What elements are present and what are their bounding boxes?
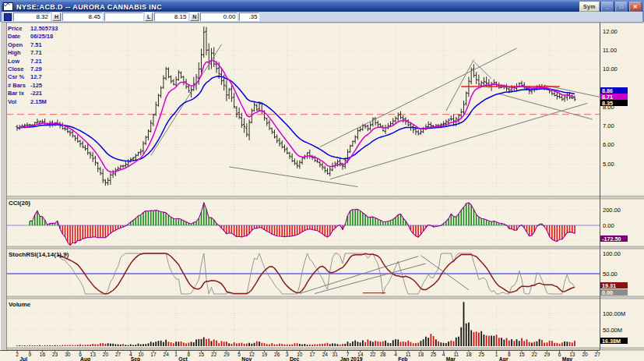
svg-text:24: 24	[322, 352, 329, 357]
svg-text:12.00: 12.00	[603, 28, 618, 35]
quote-last: 8.32	[13, 12, 51, 21]
maximize-button[interactable]: □	[615, 2, 628, 12]
svg-text:16: 16	[40, 352, 46, 357]
svg-text:0.00: 0.00	[603, 222, 614, 229]
svg-text:23: 23	[52, 352, 58, 357]
quote-low: 8.15	[154, 12, 188, 21]
cci-pane[interactable]	[6, 199, 600, 246]
svg-text:18: 18	[418, 352, 424, 357]
svg-text:22: 22	[532, 352, 538, 357]
svg-text:6.00: 6.00	[603, 141, 614, 148]
svg-text:15: 15	[199, 352, 205, 357]
svg-text:18: 18	[466, 352, 472, 357]
svg-text:10.00: 10.00	[603, 65, 618, 73]
svg-text:13: 13	[90, 352, 97, 357]
window-title: NYSE:ACB.D -- AURORA CANNABIS INC	[16, 3, 162, 11]
svg-text:17: 17	[150, 352, 157, 357]
svg-text:Nov: Nov	[241, 356, 252, 361]
svg-text:22: 22	[211, 352, 217, 357]
svg-text:Mar: Mar	[446, 356, 456, 361]
svg-text:26: 26	[274, 352, 280, 357]
svg-text:Feb: Feb	[398, 356, 407, 361]
quote-high-label: H	[52, 12, 61, 21]
svg-text:100.00M: 100.00M	[603, 310, 625, 317]
svg-text:25: 25	[431, 352, 437, 357]
quote-icon	[4, 13, 12, 21]
svg-text:11.00: 11.00	[603, 47, 617, 54]
volume-pane[interactable]	[6, 299, 600, 348]
svg-text:20: 20	[582, 352, 588, 357]
sym-button[interactable]: Sym	[579, 2, 600, 12]
svg-text:6: 6	[558, 352, 561, 357]
quote-net: 0.00	[200, 12, 238, 21]
svg-text:29: 29	[223, 352, 230, 357]
svg-text:1: 1	[495, 352, 498, 357]
svg-text:8: 8	[508, 352, 511, 357]
quote-low-label: L	[145, 12, 153, 21]
quote-extra: .35	[239, 12, 259, 21]
svg-text:9: 9	[28, 352, 31, 357]
svg-text:20: 20	[103, 352, 109, 357]
panel-splitter[interactable]	[0, 196, 644, 200]
svg-text:19.31: 19.31	[602, 282, 616, 289]
svg-text:17: 17	[309, 352, 315, 357]
svg-text:4: 4	[442, 352, 445, 357]
svg-text:31: 31	[333, 352, 339, 357]
svg-text:Dec: Dec	[290, 356, 300, 361]
svg-text:22: 22	[370, 352, 376, 357]
left-gutter	[0, 22, 7, 350]
svg-text:24: 24	[164, 352, 170, 357]
svg-text:25: 25	[479, 352, 485, 357]
svg-text:50.00: 50.00	[603, 271, 618, 278]
app-icon	[3, 2, 13, 11]
minimize-button[interactable]: _	[601, 2, 614, 12]
price-pane[interactable]	[6, 23, 600, 196]
svg-text:29: 29	[544, 352, 551, 357]
titlebar[interactable]: NYSE:ACB.D -- AURORA CANNABIS INC Sym _ …	[2, 2, 642, 12]
svg-text:4: 4	[394, 352, 397, 357]
svg-text:Jul: Jul	[19, 356, 27, 361]
svg-text:5: 5	[238, 352, 241, 357]
quote-blank-field[interactable]	[104, 12, 143, 21]
svg-text:27: 27	[115, 352, 121, 357]
svg-text:Oct: Oct	[178, 356, 188, 361]
app-window: NYSE:ACB.D -- AURORA CANNABIS INC Sym _ …	[0, 0, 644, 361]
svg-text:30: 30	[65, 352, 71, 357]
close-button[interactable]: ✕	[629, 2, 642, 12]
svg-text:15: 15	[519, 352, 525, 357]
svg-text:7.00: 7.00	[603, 122, 614, 129]
svg-text:8.35: 8.35	[602, 100, 613, 107]
panel-splitter[interactable]	[0, 246, 644, 249]
svg-text:3: 3	[286, 352, 289, 357]
svg-text:-172.50: -172.50	[602, 235, 621, 242]
svg-text:27: 27	[595, 352, 601, 357]
svg-text:2: 2	[16, 352, 19, 357]
svg-text:28: 28	[380, 352, 386, 357]
svg-text:Aug: Aug	[80, 356, 90, 361]
quote-bar: 8.32 H 8.45 L 8.15 N 0.00 .35	[2, 12, 642, 23]
svg-text:1: 1	[174, 352, 178, 357]
chart-area[interactable]: 12.0011.0010.008.007.006.005.008.868.718…	[0, 22, 644, 361]
svg-text:8: 8	[188, 352, 191, 357]
svg-text:200.00: 200.00	[603, 207, 621, 214]
svg-text:Apr: Apr	[499, 356, 509, 361]
svg-text:0.00: 0.00	[602, 289, 613, 296]
svg-text:100.00: 100.00	[603, 250, 621, 257]
svg-text:50.00M: 50.00M	[603, 327, 622, 334]
svg-text:Jan 2019: Jan 2019	[340, 356, 363, 361]
chart-canvas[interactable]: 12.0011.0010.008.007.006.005.008.868.718…	[0, 22, 644, 361]
quote-high: 8.45	[62, 12, 103, 21]
svg-text:16.38M: 16.38M	[602, 338, 621, 345]
svg-text:May: May	[562, 356, 572, 361]
svg-text:Sep: Sep	[131, 356, 140, 361]
quote-net-label: N	[190, 12, 199, 21]
panel-splitter[interactable]	[0, 296, 644, 299]
svg-text:19: 19	[262, 352, 268, 357]
svg-text:5.00: 5.00	[603, 161, 614, 168]
